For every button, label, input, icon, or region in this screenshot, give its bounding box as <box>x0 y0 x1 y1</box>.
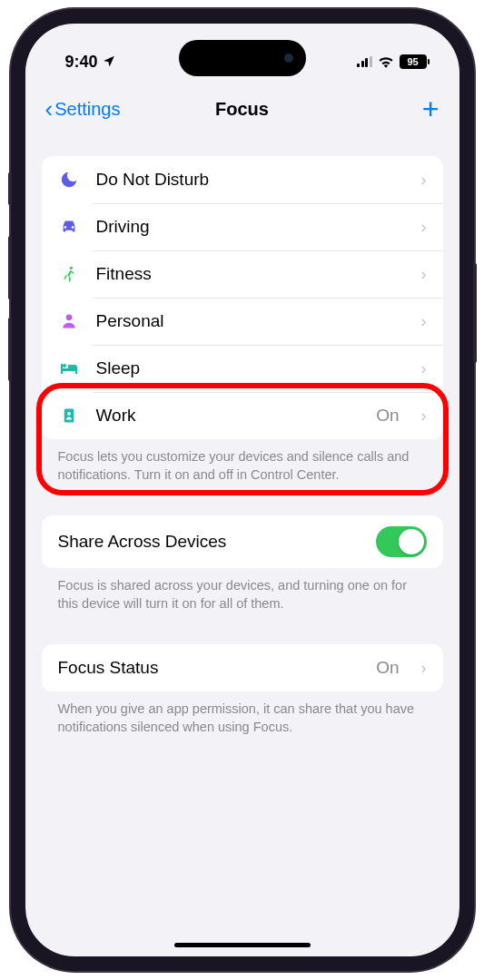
svg-point-0 <box>69 267 72 270</box>
add-button[interactable]: + <box>422 93 440 126</box>
back-button[interactable]: ‹ Settings <box>45 95 121 123</box>
wifi-icon <box>378 55 394 68</box>
badge-icon <box>58 406 80 426</box>
focus-mode-row[interactable]: WorkOn› <box>42 392 443 439</box>
focus-mode-label: Personal <box>96 311 405 331</box>
focus-mode-label: Sleep <box>96 358 405 378</box>
plus-icon: + <box>422 93 440 125</box>
share-label: Share Across Devices <box>58 532 227 552</box>
svg-point-3 <box>67 412 71 416</box>
svg-rect-2 <box>64 409 74 423</box>
car-icon <box>58 217 80 237</box>
focus-mode-row[interactable]: Driving› <box>42 203 443 250</box>
page-title: Focus <box>215 99 269 120</box>
focus-mode-label: Driving <box>96 217 405 237</box>
chevron-right-icon: › <box>421 171 427 190</box>
focus-mode-label: Work <box>96 406 361 426</box>
battery-icon: 95 <box>400 54 427 69</box>
chevron-right-icon: › <box>421 265 427 284</box>
focus-mode-label: Fitness <box>96 264 405 284</box>
status-time: 9:40 <box>65 53 98 72</box>
cellular-icon <box>357 56 372 67</box>
focus-mode-row[interactable]: Fitness› <box>42 250 443 298</box>
location-icon <box>103 54 115 70</box>
chevron-right-icon: › <box>421 312 427 331</box>
chevron-left-icon: ‹ <box>45 95 54 123</box>
chevron-right-icon: › <box>421 659 427 678</box>
person-icon <box>58 312 80 330</box>
chevron-right-icon: › <box>421 407 427 426</box>
focus-mode-row[interactable]: Do Not Disturb› <box>42 156 443 203</box>
focus-mode-row[interactable]: Personal› <box>42 298 443 345</box>
svg-point-1 <box>65 315 72 321</box>
dynamic-island <box>179 40 306 76</box>
share-footer-text: Focus is shared across your devices, and… <box>42 568 443 612</box>
focus-status-row[interactable]: Focus Status On › <box>42 644 443 691</box>
focus-status-value: On <box>376 658 399 678</box>
bed-icon <box>58 358 80 379</box>
nav-bar: ‹ Settings Focus + <box>25 82 459 136</box>
focus-status-footer-text: When you give an app permission, it can … <box>42 691 443 736</box>
chevron-right-icon: › <box>421 218 427 237</box>
modes-footer-text: Focus lets you customize your devices an… <box>42 439 443 484</box>
share-across-devices-row[interactable]: Share Across Devices <box>42 515 443 568</box>
share-toggle[interactable] <box>376 526 427 557</box>
focus-mode-row[interactable]: Sleep› <box>42 345 443 392</box>
runner-icon <box>58 265 80 283</box>
moon-icon <box>58 170 80 190</box>
chevron-right-icon: › <box>421 359 427 378</box>
back-label: Settings <box>54 99 120 120</box>
focus-status-label: Focus Status <box>58 658 361 678</box>
focus-modes-list: Do Not Disturb›Driving›Fitness›Personal›… <box>42 156 443 439</box>
focus-mode-label: Do Not Disturb <box>96 170 405 190</box>
focus-mode-value: On <box>376 406 399 426</box>
home-indicator[interactable] <box>174 943 311 947</box>
